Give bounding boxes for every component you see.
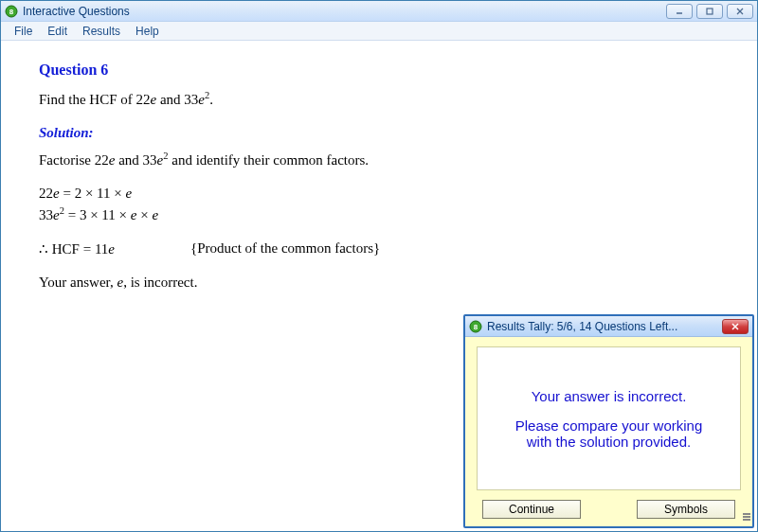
maximize-button[interactable]: [696, 4, 723, 19]
menu-help[interactable]: Help: [128, 23, 167, 40]
fact-prefix: Factorise: [39, 152, 95, 168]
tally-button-row: Continue Symbols: [477, 500, 741, 519]
q-and: and: [156, 92, 184, 107]
hcf-note: {Product of the common factors}: [190, 240, 380, 257]
fact-suffix: and identify their common factors.: [169, 152, 370, 168]
tally-msg-compare-b: with the solution provided.: [527, 434, 691, 450]
fact-33: 33: [143, 152, 157, 168]
tally-titlebar[interactable]: 8 Results Tally: 5/6, 14 Questions Left.…: [465, 316, 752, 337]
continue-button[interactable]: Continue: [482, 500, 581, 519]
q-term1-coef: 22: [136, 92, 151, 107]
menu-results[interactable]: Results: [75, 23, 128, 40]
fact-and: and: [115, 152, 142, 168]
fact-22: 22: [95, 152, 109, 168]
tally-window-title: Results Tally: 5/6, 14 Questions Left...: [487, 320, 722, 333]
hcf-result-row: ∴ HCF = 11e {Product of the common facto…: [39, 240, 719, 257]
menu-file[interactable]: File: [7, 23, 40, 40]
close-button[interactable]: [727, 4, 753, 19]
l1-e: e: [53, 186, 60, 201]
fb-prefix: Your answer,: [39, 275, 117, 290]
q-term2-coef: 33: [184, 92, 198, 107]
factor-line-1: 22e = 2 × 11 × e: [39, 186, 719, 202]
minimize-button[interactable]: [666, 4, 693, 19]
l2-e: e: [53, 207, 60, 222]
tally-msg-incorrect: Your answer is incorrect.: [532, 388, 687, 404]
factor-line-2: 33e2 = 3 × 11 × e × e: [39, 205, 719, 223]
q-period: .: [209, 92, 213, 107]
l1-22: 22: [39, 186, 53, 201]
l2-33: 33: [39, 207, 53, 222]
tally-close-button[interactable]: [722, 319, 749, 334]
l2-e2: e: [152, 207, 158, 222]
menubar: File Edit Results Help: [1, 22, 757, 41]
svg-text:8: 8: [9, 8, 14, 16]
tally-body: Your answer is incorrect. Please compare…: [465, 337, 752, 526]
therefore-symbol: ∴: [39, 241, 48, 257]
q-prefix: Find the HCF of: [39, 92, 136, 107]
symbols-button[interactable]: Symbols: [637, 500, 735, 519]
menu-edit[interactable]: Edit: [40, 23, 75, 40]
resize-grip-icon[interactable]: [743, 513, 750, 521]
titlebar[interactable]: 8 Interactive Questions: [1, 1, 757, 22]
tally-message-panel: Your answer is incorrect. Please compare…: [477, 346, 741, 490]
hcf-e: e: [108, 241, 115, 257]
l2-rhs: = 3 × 11 ×: [64, 207, 131, 222]
window-controls: [666, 4, 753, 19]
l1-rhs: = 2 × 11 ×: [60, 186, 126, 201]
question-title: Question 6: [39, 62, 719, 79]
l2-times: ×: [136, 207, 152, 222]
svg-rect-3: [707, 9, 713, 14]
factorise-instruction: Factorise 22e and 33e2 and identify thei…: [39, 151, 719, 168]
window-title: Interactive Questions: [23, 5, 666, 18]
results-tally-window[interactable]: 8 Results Tally: 5/6, 14 Questions Left.…: [463, 314, 754, 528]
hcf-prefix: HCF = 11: [48, 241, 108, 257]
tally-msg-compare-a: Please compare your working: [515, 417, 703, 434]
l1-e-end: e: [126, 186, 133, 201]
svg-text:8: 8: [474, 323, 478, 331]
factorisation-block: 22e = 2 × 11 × e 33e2 = 3 × 11 × e × e: [39, 186, 719, 223]
solution-label: Solution:: [39, 125, 719, 141]
question-statement: Find the HCF of 22e and 33e2.: [39, 90, 719, 108]
tally-app-icon: 8: [469, 320, 482, 333]
feedback-line: Your answer, e, is incorrect.: [39, 275, 719, 291]
hcf-leading: ∴ HCF = 11e: [39, 240, 190, 257]
app-icon: 8: [5, 5, 18, 18]
fb-suffix: , is incorrect.: [123, 275, 197, 290]
